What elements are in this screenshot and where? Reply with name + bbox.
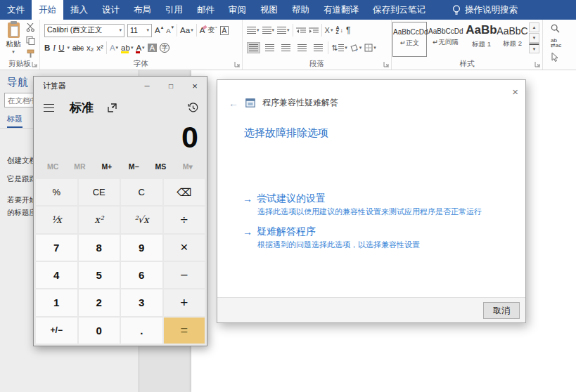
history-icon[interactable] [188,103,198,113]
calculator-close-button[interactable]: × [183,77,207,95]
italic-button[interactable]: I [53,44,56,52]
tab-help[interactable]: 帮助 [285,0,316,20]
bullets-button[interactable]: ▾ [247,27,260,34]
bold-button[interactable]: B [44,44,50,52]
clear-key[interactable]: C [121,179,162,205]
nav-tab-headings[interactable]: 标题 [7,114,23,128]
justify-button[interactable] [295,42,309,53]
underline-caret[interactable]: ▾ [67,45,70,51]
square-key[interactable]: x² [79,207,120,233]
memory-store-button[interactable]: MS [147,162,174,178]
cancel-button[interactable]: 取消 [483,302,520,319]
calculator-titlebar[interactable]: 计算器 ─ □ × [34,77,207,95]
character-shading-button[interactable]: A [148,44,158,52]
clear-entry-key[interactable]: CE [79,179,120,205]
tab-references[interactable]: 引用 [158,0,190,20]
font-size-combo[interactable]: 11 ▾ [127,24,152,37]
font-color-button[interactable]: A▾ [136,44,144,52]
change-case-button[interactable]: Aa▾ [180,26,193,34]
format-painter-icon[interactable] [26,49,35,58]
tab-review[interactable]: 审阅 [222,0,253,20]
subtract-key[interactable]: − [164,262,205,288]
digit-7-key[interactable]: 7 [36,235,77,261]
styles-dialog-launcher[interactable] [535,61,541,67]
align-left-button[interactable] [247,42,260,53]
tab-home[interactable]: 开始 [32,0,63,20]
multilevel-list-button[interactable]: ▾ [277,27,290,34]
sort-button[interactable]: AZ↓ [335,26,343,34]
replace-icon[interactable]: ab⇄ac [551,38,561,48]
select-icon[interactable] [551,53,558,62]
asian-layout-button[interactable]: X▾ [325,26,333,34]
decrease-indent-button[interactable] [296,27,306,34]
option-troubleshoot-program[interactable]: 疑难解答程序 [257,226,316,238]
dialog-back-icon[interactable]: ← [229,98,238,109]
character-border-button[interactable]: A [220,26,229,35]
decimal-key[interactable]: . [121,318,162,344]
memory-add-button[interactable]: M+ [94,162,120,178]
percent-key[interactable]: % [36,179,77,205]
text-effects-button[interactable]: A▾ [110,44,118,52]
increase-indent-button[interactable] [309,27,319,34]
copy-icon[interactable] [26,36,35,45]
add-key[interactable]: + [164,289,205,315]
enclose-characters-button[interactable]: 字 [160,43,169,53]
digit-5-key[interactable]: 5 [79,262,120,288]
digit-9-key[interactable]: 9 [121,235,162,261]
font-name-combo[interactable]: Calibri (西文正文 ▾ [44,24,124,37]
styles-scroll-up[interactable]: ▲ [529,22,539,32]
tab-save-to-cloud-notes[interactable]: 保存到云笔记 [366,0,433,20]
tab-design[interactable]: 设计 [95,0,127,20]
dialog-close-icon[interactable]: × [512,86,518,98]
digit-1-key[interactable]: 1 [36,289,77,315]
tab-layout[interactable]: 布局 [127,0,158,20]
borders-button[interactable]: ▾ [364,44,376,52]
show-hide-marks-button[interactable]: ¶ [346,25,350,35]
style-no-spacing[interactable]: AaBbCcDd ↵无间隔 [428,22,463,57]
calculator-minimize-button[interactable]: ─ [135,77,159,95]
line-spacing-button[interactable]: ⇅▾ [331,44,347,53]
option-try-recommended[interactable]: 尝试建议的设置 [257,192,326,205]
digit-8-key[interactable]: 8 [79,235,120,261]
digit-6-key[interactable]: 6 [121,262,162,288]
paragraph-dialog-launcher[interactable] [383,61,390,67]
paste-button[interactable]: 粘贴 ▾ [4,22,23,59]
reciprocal-key[interactable]: ⅟x [36,207,77,233]
digit-2-key[interactable]: 2 [79,289,120,315]
digit-3-key[interactable]: 3 [121,289,162,315]
equals-key[interactable]: = [164,318,205,344]
find-icon[interactable] [551,24,560,33]
clear-formatting-button[interactable]: A [200,26,205,34]
font-dialog-launcher[interactable] [234,61,241,67]
digit-4-key[interactable]: 4 [36,262,77,288]
styles-scroll-down[interactable]: ▼ [529,33,539,43]
align-center-button[interactable] [263,42,276,53]
underline-button[interactable]: U [58,44,64,52]
strikethrough-button[interactable]: abc [72,44,84,52]
tab-file[interactable]: 文件 [0,0,32,20]
memory-subtract-button[interactable]: M− [120,162,147,178]
style-heading-1[interactable]: AaBb 标题 1 [464,22,499,57]
calculator-maximize-button[interactable]: □ [159,77,183,95]
distribute-button[interactable] [312,42,325,53]
grow-font-button[interactable]: A▴ [155,26,163,34]
highlight-button[interactable]: ab▾ [121,44,133,52]
tab-insert[interactable]: 插入 [63,0,95,20]
negate-key[interactable]: +/− [36,318,77,344]
square-root-key[interactable]: ²√x [121,207,162,233]
digit-0-key[interactable]: 0 [79,318,120,344]
shading-button[interactable]: ▾ [350,44,362,52]
tab-mailings[interactable]: 邮件 [190,0,222,20]
tab-youdao-translate[interactable]: 有道翻译 [316,0,366,20]
superscript-button[interactable]: x² [96,44,103,52]
clipboard-dialog-launcher[interactable] [32,61,38,67]
shrink-font-button[interactable]: A▾ [166,27,174,34]
tab-view[interactable]: 视图 [253,0,285,20]
numbering-button[interactable]: ▾ [262,27,275,34]
style-heading-2[interactable]: AaBbC 标题 2 [495,22,530,57]
multiply-key[interactable]: × [164,235,205,261]
pinyin-guide-button[interactable]: 变ˣ [207,25,217,35]
divide-key[interactable]: ÷ [164,207,205,233]
styles-gallery-expand[interactable]: ▼ [529,44,539,53]
cut-icon[interactable] [26,23,35,32]
